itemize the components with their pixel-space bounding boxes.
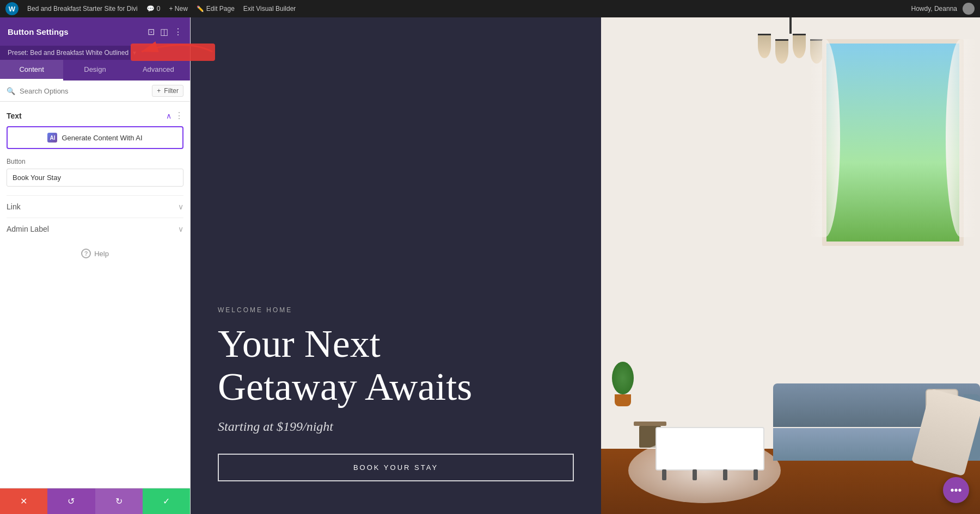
hero-section: WELCOME HOME Your Next Getaway Awaits St…	[191, 17, 980, 514]
comments-link[interactable]: 💬 0	[146, 5, 161, 13]
couch	[773, 383, 980, 481]
hero-title: Your Next Getaway Awaits	[218, 323, 574, 408]
table-leg-2	[693, 469, 697, 480]
preset-dropdown-icon[interactable]: ▾	[133, 49, 136, 57]
light-shade-3	[793, 34, 806, 58]
plant-leaves	[612, 362, 634, 394]
help-label: Help	[94, 250, 109, 258]
side-table-top	[634, 422, 666, 426]
button-field-label: Button	[7, 158, 183, 165]
floating-action-button[interactable]: •••	[943, 477, 969, 503]
ai-generate-button[interactable]: AI Generate Content With AI	[7, 126, 183, 149]
copy-icon[interactable]: ⊡	[148, 27, 155, 37]
link-section-chevron-icon: ∨	[178, 202, 183, 211]
table-leg-3	[723, 469, 727, 480]
coffee-table-legs	[662, 469, 758, 480]
tab-design[interactable]: Design	[63, 60, 126, 80]
site-name-link[interactable]: Bed and Breakfast Starter Site for Divi	[27, 5, 138, 13]
admin-label-section-label: Admin Label	[7, 225, 49, 233]
admin-bar-right: Howdy, Deanna	[911, 3, 975, 15]
text-section-header: Text ∧ ⋮	[7, 110, 183, 121]
button-text-input[interactable]	[7, 169, 183, 187]
new-content-link[interactable]: + New	[169, 5, 187, 13]
admin-label-chevron-icon: ∨	[178, 225, 183, 233]
link-section-label: Link	[7, 202, 21, 211]
help-row[interactable]: ? Help	[7, 240, 183, 263]
curtain-right	[946, 39, 976, 237]
light-shade-1	[758, 34, 771, 58]
tab-content[interactable]: Content	[0, 60, 63, 80]
fab-dots-icon: •••	[950, 484, 961, 497]
panel-title: Button Settings	[8, 27, 69, 36]
ai-icon: AI	[47, 133, 57, 143]
wp-admin-bar: W Bed and Breakfast Starter Site for Div…	[0, 0, 980, 17]
text-section-controls: ∧ ⋮	[166, 110, 183, 121]
window	[822, 39, 964, 246]
tab-advanced[interactable]: Advanced	[127, 60, 190, 80]
left-panel: Button Settings ⊡ ◫ ⋮ Preset: Bed and Br…	[0, 17, 191, 514]
light-rod	[789, 17, 792, 34]
panel-tabs: Content Design Advanced	[0, 60, 190, 80]
room-interior	[601, 17, 980, 514]
panel-header-icons: ⊡ ◫ ⋮	[148, 27, 182, 37]
hero-right	[601, 17, 980, 514]
panel-header: Button Settings ⊡ ◫ ⋮	[0, 17, 190, 46]
hero-subtitle: Starting at $199/night	[218, 419, 574, 434]
filter-label: Filter	[164, 87, 179, 95]
admin-label-section-row[interactable]: Admin Label ∨	[7, 218, 183, 240]
exit-vb-link[interactable]: Exit Visual Builder	[243, 5, 296, 13]
wp-logo-icon[interactable]: W	[5, 2, 19, 15]
table-leg-4	[754, 469, 758, 480]
save-button[interactable]: ✓	[143, 488, 190, 514]
help-icon: ?	[81, 249, 91, 258]
coffee-table	[656, 427, 764, 470]
text-section-chevron-icon[interactable]: ∧	[166, 112, 171, 120]
edit-page-link[interactable]: ✏️ Edit Page	[197, 5, 235, 13]
avatar[interactable]	[963, 3, 975, 15]
search-input[interactable]	[20, 87, 148, 95]
text-section-dots-icon[interactable]: ⋮	[175, 110, 183, 121]
search-icon: 🔍	[7, 87, 15, 95]
undo-button[interactable]: ↺	[47, 488, 95, 514]
link-section-row[interactable]: Link ∨	[7, 195, 183, 218]
plant-pot	[615, 394, 631, 406]
preset-label: Preset: Bed and Breakfast White Outlined	[8, 49, 128, 57]
hero-left: WELCOME HOME Your Next Getaway Awaits St…	[191, 17, 601, 514]
filter-button[interactable]: + Filter	[152, 85, 183, 97]
more-options-icon[interactable]: ⋮	[174, 27, 182, 37]
plant	[612, 362, 634, 405]
save-preset-icon[interactable]: ◫	[160, 27, 168, 37]
right-content: WELCOME HOME Your Next Getaway Awaits St…	[191, 17, 980, 514]
howdy-text: Howdy, Deanna	[911, 5, 958, 13]
cancel-button[interactable]: ✕	[0, 488, 47, 514]
ai-generate-label: Generate Content With AI	[62, 134, 142, 142]
redo-button[interactable]: ↻	[95, 488, 143, 514]
button-form-section: Button	[7, 158, 183, 187]
filter-plus-icon: +	[157, 87, 161, 95]
preset-bar: Preset: Bed and Breakfast White Outlined…	[0, 46, 190, 60]
text-section-title: Text	[7, 112, 22, 120]
search-bar: 🔍 + Filter	[0, 80, 190, 102]
table-leg-1	[662, 469, 666, 480]
hero-cta-button[interactable]: BOOK YOUR STAY	[218, 454, 574, 481]
light-shade-2	[775, 39, 788, 64]
panel-content: Text ∧ ⋮ AI Generate Content With AI But…	[0, 102, 190, 488]
hero-eyebrow: WELCOME HOME	[218, 306, 574, 314]
bottom-bar: ✕ ↺ ↻ ✓	[0, 488, 190, 514]
comment-icon: 💬	[146, 5, 155, 13]
curtain-left	[810, 39, 840, 237]
main-layout: Button Settings ⊡ ◫ ⋮ Preset: Bed and Br…	[0, 17, 980, 514]
